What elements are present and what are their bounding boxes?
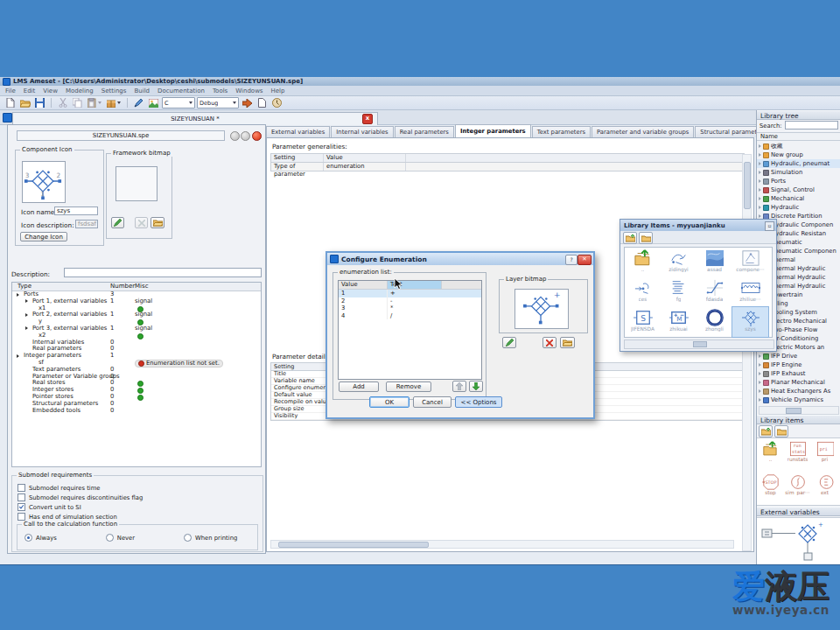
- description-input[interactable]: [64, 268, 262, 277]
- ok-button[interactable]: OK: [369, 396, 410, 408]
- document-tab[interactable]: SIZEYUNSUAN *: [12, 112, 378, 125]
- expand-icon[interactable]: [759, 398, 761, 402]
- dialog-help-button[interactable]: ?: [565, 255, 578, 265]
- library-tree-item[interactable]: Hydraulic, pneumat: [757, 159, 840, 168]
- remove-button[interactable]: Remove: [386, 382, 431, 392]
- library-item-[interactable]: ..: [625, 248, 661, 277]
- scrollbar-thumb[interactable]: [693, 341, 707, 347]
- expand-icon[interactable]: [759, 188, 761, 192]
- library-item-fdasda[interactable]: fdasda: [696, 277, 732, 307]
- tab-real-parameters[interactable]: Real parameters: [395, 126, 454, 137]
- library-tree-item[interactable]: Simulation: [757, 168, 840, 177]
- cut-button[interactable]: [56, 96, 69, 109]
- menu-documentation[interactable]: Documentation: [158, 88, 205, 94]
- load-bitmap-button[interactable]: [150, 217, 164, 228]
- checkbox[interactable]: [18, 503, 25, 511]
- library-tree-item[interactable]: Ports: [757, 177, 840, 186]
- build-mode-combo[interactable]: Debug: [197, 97, 239, 108]
- expand-icon[interactable]: [759, 372, 761, 375]
- menu-tools[interactable]: Tools: [213, 88, 228, 94]
- expand-icon[interactable]: [759, 179, 761, 183]
- menu-modeling[interactable]: Modeling: [66, 88, 94, 94]
- package-button[interactable]: [105, 96, 122, 109]
- library-tree-item[interactable]: Planar Mechanical: [757, 378, 840, 387]
- doc-button[interactable]: [256, 96, 269, 109]
- move-down-button[interactable]: [469, 381, 483, 392]
- folder-up-button[interactable]: [623, 232, 637, 244]
- tree-horizontal-scrollbar[interactable]: [759, 406, 839, 415]
- expand-icon[interactable]: [759, 363, 761, 367]
- menu-help[interactable]: Help: [271, 88, 285, 94]
- radio-button[interactable]: [184, 534, 192, 542]
- gen-row-type-of-parameter[interactable]: Type of parameter enumeration: [271, 163, 744, 171]
- radio-button[interactable]: [106, 534, 114, 542]
- paste-button[interactable]: [86, 96, 103, 109]
- cancel-button[interactable]: Cancel: [413, 396, 452, 408]
- radio-button[interactable]: [24, 534, 32, 542]
- copy-button[interactable]: [71, 96, 84, 109]
- tree-row[interactable]: Port 2, external variables1signal: [12, 312, 261, 318]
- tree-row[interactable]: Integer parameters1: [12, 353, 261, 360]
- tree-row[interactable]: Port 3, external variables1signal: [12, 326, 261, 332]
- checkbox[interactable]: [18, 513, 25, 521]
- library-tree-item[interactable]: New group: [757, 150, 840, 159]
- expand-icon[interactable]: [759, 354, 761, 358]
- save-button[interactable]: [33, 96, 46, 109]
- move-up-button[interactable]: [452, 381, 466, 392]
- library-item-zhikuai[interactable]: Mzhikuai: [661, 307, 696, 337]
- library-item-zidingyi[interactable]: zidingyi: [661, 248, 696, 277]
- library-window-close-icon[interactable]: ▫: [765, 221, 774, 231]
- library-tree-item[interactable]: IFP Exhaust: [757, 369, 840, 378]
- icon-name-input[interactable]: szys: [54, 206, 98, 215]
- menu-view[interactable]: View: [43, 88, 58, 94]
- library-item-pri[interactable]: pripri: [811, 438, 838, 472]
- library-tree-item[interactable]: Hydraulic: [757, 203, 840, 212]
- icon-description-input[interactable]: fsdsaf: [75, 220, 98, 228]
- library-item-JIFENSDA[interactable]: SJIFENSDA: [625, 307, 661, 337]
- expand-icon[interactable]: [25, 299, 28, 303]
- library-tree-item[interactable]: IFP Engine: [757, 360, 840, 369]
- expand-icon[interactable]: [17, 354, 19, 358]
- document-tab-close-icon[interactable]: x: [362, 114, 373, 124]
- library-item-compone[interactable]: compone···: [732, 248, 768, 277]
- value-column-header[interactable]: Value: [339, 281, 388, 289]
- tree-row[interactable]: Embedded tools0: [12, 408, 261, 415]
- expand-icon[interactable]: [759, 144, 761, 148]
- expand-icon[interactable]: [759, 381, 761, 384]
- library-item-[interactable]: ..: [757, 438, 784, 472]
- expand-icon[interactable]: [759, 162, 761, 165]
- image-tool-button[interactable]: [147, 96, 160, 109]
- expand-icon[interactable]: [25, 326, 28, 330]
- clear-layer-button[interactable]: [542, 337, 556, 348]
- search-input[interactable]: [785, 121, 838, 130]
- scrollbar-thumb[interactable]: [786, 408, 802, 414]
- new-folder-button[interactable]: [639, 232, 653, 244]
- library-window-scrollbar[interactable]: [624, 340, 774, 349]
- menu-windows[interactable]: Windows: [235, 88, 262, 94]
- clear-bitmap-button[interactable]: [135, 217, 148, 228]
- language-combo[interactable]: C: [162, 97, 195, 108]
- library-item-ext[interactable]: ext: [811, 472, 838, 505]
- menu-settings[interactable]: Settings: [102, 88, 127, 94]
- folder-up-button[interactable]: [759, 425, 773, 438]
- enumeration-row[interactable]: 2-: [339, 298, 481, 305]
- menu-edit[interactable]: Edit: [24, 88, 36, 94]
- expand-icon[interactable]: [759, 214, 761, 218]
- expand-icon[interactable]: [17, 293, 19, 297]
- scrollbar-thumb[interactable]: [744, 162, 751, 209]
- expand-icon[interactable]: [25, 313, 28, 317]
- edit-tool-button[interactable]: [132, 96, 145, 109]
- scrollbar-thumb[interactable]: [278, 542, 429, 548]
- library-tree-item[interactable]: Signal, Control: [757, 186, 840, 194]
- dialog-close-icon[interactable]: ✕: [578, 255, 592, 265]
- library-item-fg[interactable]: fg: [661, 277, 696, 307]
- dialog-titlebar[interactable]: Configure Enumeration: [327, 253, 593, 265]
- edit-bitmap-button[interactable]: [111, 217, 124, 228]
- new-file-button[interactable]: [4, 96, 17, 109]
- expand-icon[interactable]: [759, 197, 761, 200]
- library-item-zhongli[interactable]: zhongli: [696, 307, 732, 337]
- tab-parameter-and-variable-groups[interactable]: Parameter and variable groups: [592, 126, 694, 137]
- library-item-zhiliue[interactable]: zhiliue···: [732, 277, 768, 307]
- tab-text-parameters[interactable]: Text parameters: [532, 126, 591, 137]
- checkbox[interactable]: [18, 484, 25, 492]
